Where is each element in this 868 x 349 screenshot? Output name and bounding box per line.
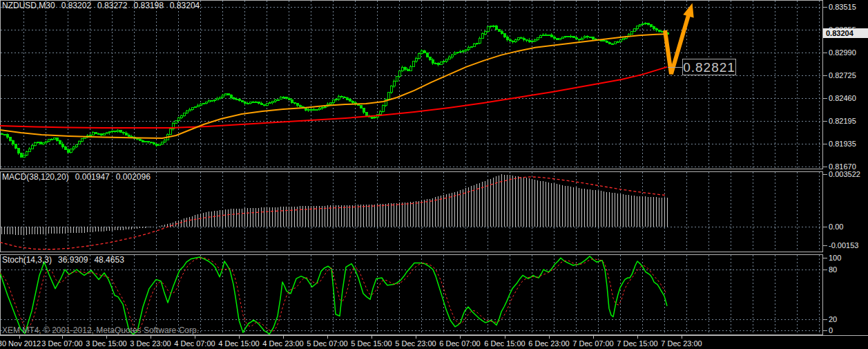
time-axis-label: 6 Dec 07:00: [439, 339, 480, 348]
time-axis-label: 4 Dec 07:00: [174, 339, 215, 348]
mt4-chart-window: NZDUSD,M300.832020.832720.831980.83204 M…: [0, 0, 868, 349]
time-axis-label: 6 Dec 23:00: [528, 339, 569, 348]
price-axis-label: 0.83515: [829, 3, 856, 11]
price-callout[interactable]: 0.82821: [682, 59, 736, 75]
price-axis-label: 100: [829, 254, 841, 262]
current-price-tag: 0.83204: [823, 28, 868, 38]
time-axis-label: 3 Dec 15:00: [86, 339, 126, 348]
time-axis-label: 3 Dec 23:00: [130, 339, 171, 348]
time-axis-label: 7 Dec 15:00: [617, 339, 657, 348]
price-axis-label: 80: [829, 265, 837, 274]
stoch-pane[interactable]: [0, 254, 823, 335]
time-axis-label: 3 Dec 07:00: [41, 339, 82, 348]
price-callout-value: 0.82821: [683, 60, 735, 75]
time-axis-label: 7 Dec 23:00: [661, 339, 702, 348]
price-axis-label: -0.00153: [829, 241, 858, 249]
price-axis-label: 0.82195: [829, 117, 856, 125]
time-axis-label: 5 Dec 23:00: [395, 339, 436, 348]
time-axis-label: 30 Nov 2012: [0, 339, 41, 348]
price-axis-label: 0.81670: [829, 162, 856, 171]
main-chart-pane[interactable]: [0, 0, 823, 169]
price-axis-label: 0.82460: [829, 94, 856, 102]
price-axis-label: 0.82990: [829, 48, 856, 57]
price-axis-label: 20: [829, 315, 837, 323]
price-axis-label: 0.003522: [829, 170, 860, 178]
time-axis-label: 4 Dec 15:00: [218, 339, 259, 348]
macd-pane[interactable]: [0, 171, 823, 252]
time-axis-label: 5 Dec 15:00: [351, 339, 392, 348]
price-axis[interactable]: 0.835150.832550.829900.827250.824600.821…: [823, 0, 868, 335]
time-axis-label: 6 Dec 15:00: [484, 339, 525, 348]
time-axis-label: 7 Dec 07:00: [572, 339, 613, 348]
price-axis-label: 0.00: [829, 223, 843, 231]
time-axis-label: 4 Dec 23:00: [262, 339, 303, 348]
time-axis-label: 5 Dec 07:00: [307, 339, 347, 348]
time-axis[interactable]: 30 Nov 20123 Dec 07:003 Dec 15:003 Dec 2…: [0, 336, 868, 349]
price-axis-label: 0.82725: [829, 71, 856, 79]
price-axis-label: 0: [829, 326, 833, 334]
price-axis-label: 0.81935: [829, 140, 856, 148]
